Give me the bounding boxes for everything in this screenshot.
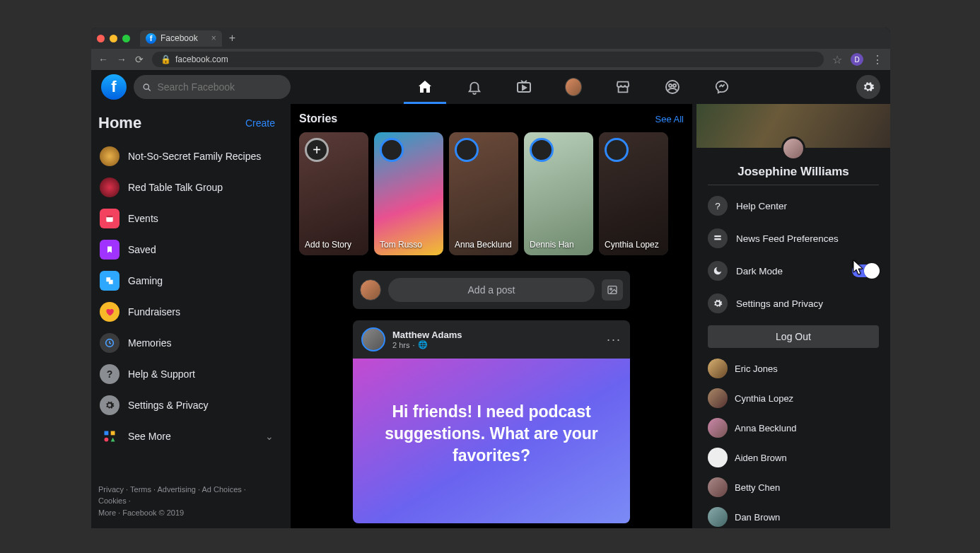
story-avatar-icon bbox=[380, 138, 404, 162]
profile-name[interactable]: Josephine Williams bbox=[696, 165, 890, 179]
story-label: Anna Becklund bbox=[455, 240, 513, 250]
svg-rect-10 bbox=[111, 431, 115, 436]
contact-item[interactable]: Anna Becklund bbox=[696, 413, 890, 443]
avatar-icon bbox=[708, 359, 728, 378]
sidebar-item-label: Saved bbox=[128, 244, 156, 255]
contact-name: Cynthia Lopez bbox=[735, 393, 793, 404]
close-window-icon[interactable] bbox=[97, 35, 105, 42]
menu-label: Settings and Privacy bbox=[736, 298, 823, 309]
right-panel: Josephine Williams ?Help Center News Fee… bbox=[696, 104, 890, 528]
nav-home[interactable] bbox=[416, 78, 433, 95]
new-tab-button[interactable]: + bbox=[229, 32, 235, 45]
add-photo-button[interactable] bbox=[602, 279, 623, 301]
search-field[interactable] bbox=[157, 81, 282, 93]
nav-groups[interactable] bbox=[664, 78, 681, 95]
story-card[interactable]: Cynthia Lopez bbox=[599, 132, 668, 255]
browser-tab[interactable]: f Facebook × bbox=[140, 30, 222, 47]
close-tab-icon[interactable]: × bbox=[211, 33, 216, 43]
svg-point-4 bbox=[669, 84, 672, 87]
story-avatar-icon bbox=[455, 138, 479, 162]
url-text: facebook.com bbox=[175, 54, 228, 64]
story-card[interactable]: Anna Becklund bbox=[449, 132, 518, 255]
footer-line[interactable]: More · Facebook © 2019 bbox=[98, 507, 275, 519]
bookmark-icon[interactable]: ☆ bbox=[832, 53, 842, 66]
story-add[interactable]: +Add to Story bbox=[299, 132, 368, 255]
menu-label: Dark Mode bbox=[736, 266, 783, 276]
chevron-down-icon: ⌄ bbox=[265, 431, 274, 442]
contact-name: Eric Jones bbox=[735, 363, 778, 374]
post-composer[interactable]: Add a post bbox=[353, 271, 630, 309]
nav-notifications[interactable] bbox=[466, 78, 483, 95]
fundraisers-icon bbox=[100, 302, 119, 322]
composer-input[interactable]: Add a post bbox=[388, 278, 595, 302]
nav-profile[interactable] bbox=[565, 78, 582, 95]
sidebar-item-memories[interactable]: Memories bbox=[98, 327, 275, 359]
nav-messenger[interactable] bbox=[713, 78, 730, 95]
sidebar-item-settings[interactable]: Settings & Privacy bbox=[98, 390, 275, 421]
feed-post: Matthew Adams 2 hrs·🌐 ··· Hi friends! I … bbox=[353, 320, 630, 523]
facebook-logo[interactable]: f bbox=[101, 74, 127, 100]
sidebar-item-help[interactable]: ?Help & Support bbox=[98, 359, 275, 390]
menu-help-center[interactable]: ?Help Center bbox=[696, 190, 890, 222]
contact-name: Anna Becklund bbox=[735, 423, 796, 433]
group-avatar-icon bbox=[100, 146, 119, 166]
nav-marketplace[interactable] bbox=[614, 78, 631, 95]
sidebar-item-saved[interactable]: Saved bbox=[98, 234, 275, 265]
sidebar-item-label: Not-So-Secret Family Recipes bbox=[128, 151, 261, 162]
footer-line[interactable]: Privacy · Terms · Advertising · Ad Choic… bbox=[98, 484, 275, 507]
menu-label: Help Center bbox=[736, 201, 787, 211]
sidebar-item-gaming[interactable]: Gaming bbox=[98, 265, 275, 296]
story-label: Tom Russo bbox=[380, 240, 438, 250]
menu-newsfeed-prefs[interactable]: News Feed Preferences bbox=[696, 222, 890, 255]
settings-button[interactable] bbox=[856, 75, 880, 99]
back-button[interactable]: ← bbox=[98, 54, 108, 65]
preferences-icon bbox=[708, 228, 728, 248]
post-author-name[interactable]: Matthew Adams bbox=[392, 330, 462, 340]
contact-item[interactable]: Betty Chen bbox=[696, 472, 890, 502]
svg-rect-15 bbox=[714, 235, 721, 237]
maximize-window-icon[interactable] bbox=[122, 35, 130, 42]
contact-item[interactable]: Eric Jones bbox=[696, 354, 890, 383]
sidebar-item-label: Events bbox=[128, 213, 158, 224]
contact-item[interactable]: Aiden Brown bbox=[696, 443, 890, 472]
url-input[interactable]: 🔒 facebook.com bbox=[152, 52, 824, 67]
contact-item[interactable]: Dan Brown bbox=[696, 502, 890, 528]
post-more-button[interactable]: ··· bbox=[607, 332, 622, 347]
forward-button[interactable]: → bbox=[117, 54, 127, 65]
svg-rect-9 bbox=[105, 431, 109, 436]
sidebar-item-events[interactable]: Events bbox=[98, 203, 275, 234]
story-card[interactable]: Dennis Han bbox=[524, 132, 593, 255]
sidebar-item-label: Settings & Privacy bbox=[128, 400, 209, 411]
sidebar-item-recipes[interactable]: Not-So-Secret Family Recipes bbox=[98, 141, 275, 172]
sidebar-item-fundraisers[interactable]: Fundraisers bbox=[98, 296, 275, 327]
chrome-profile-badge[interactable]: D bbox=[851, 53, 863, 66]
contact-name: Aiden Brown bbox=[735, 453, 787, 463]
reload-button[interactable]: ⟳ bbox=[135, 54, 144, 65]
svg-point-14 bbox=[610, 288, 612, 290]
moon-icon bbox=[708, 261, 728, 281]
profile-avatar[interactable] bbox=[781, 136, 805, 161]
sidebar-item-redtable[interactable]: Red Table Talk Group bbox=[98, 172, 275, 203]
story-avatar-icon bbox=[605, 138, 629, 162]
logout-button[interactable]: Log Out bbox=[708, 325, 879, 348]
svg-rect-16 bbox=[714, 238, 721, 240]
avatar-icon bbox=[708, 477, 728, 497]
chrome-menu-icon[interactable]: ⋮ bbox=[872, 53, 883, 66]
menu-dark-mode[interactable]: Dark Mode bbox=[696, 255, 890, 287]
contact-item[interactable]: Cynthia Lopez bbox=[696, 383, 890, 413]
search-icon bbox=[142, 82, 151, 93]
dark-mode-toggle[interactable] bbox=[852, 264, 879, 277]
help-icon: ? bbox=[708, 196, 728, 216]
sidebar-item-label: Help & Support bbox=[128, 368, 195, 380]
create-link[interactable]: Create bbox=[245, 117, 275, 129]
image-icon bbox=[607, 284, 618, 296]
lock-icon: 🔒 bbox=[161, 54, 171, 64]
story-card[interactable]: Tom Russo bbox=[374, 132, 443, 255]
minimize-window-icon[interactable] bbox=[110, 35, 117, 42]
sidebar-item-seemore[interactable]: See More⌄ bbox=[98, 421, 275, 452]
see-all-link[interactable]: See All bbox=[655, 114, 684, 124]
search-input[interactable] bbox=[134, 75, 291, 99]
menu-settings-privacy[interactable]: Settings and Privacy bbox=[696, 287, 890, 320]
nav-watch[interactable] bbox=[515, 78, 532, 95]
post-author-avatar[interactable] bbox=[361, 327, 385, 351]
